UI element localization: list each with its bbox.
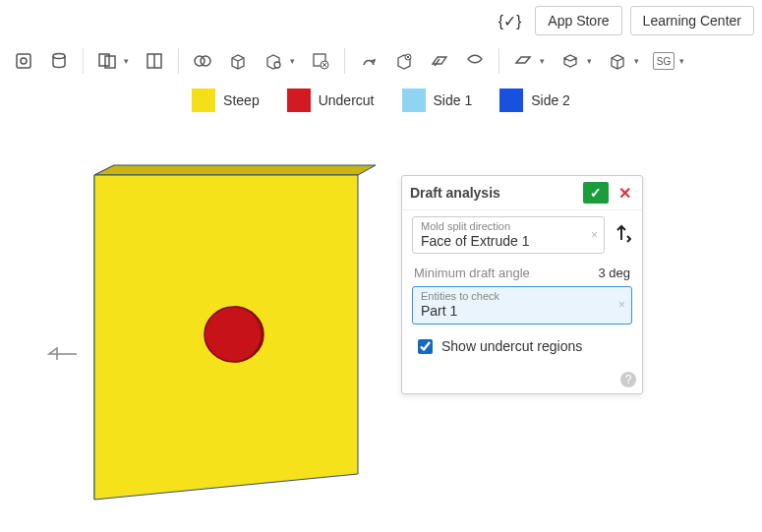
legend-undercut: Undercut <box>287 89 375 112</box>
tool-mate-connector[interactable]: ▾ <box>555 47 598 75</box>
split-icon <box>143 49 166 73</box>
swatch-side2 <box>499 89 523 112</box>
mold-direction-input[interactable]: Mold split direction Face of Extrude 1 × <box>412 216 605 254</box>
cancel-button[interactable]: ✕ <box>615 183 634 203</box>
legend-label: Undercut <box>319 92 375 108</box>
legend-side1: Side 1 <box>402 89 473 112</box>
tool-split[interactable] <box>139 47 170 75</box>
tool-plane[interactable]: ▾ <box>507 47 551 75</box>
field-label: Mold split direction <box>421 220 598 232</box>
offset-surface-icon <box>428 49 451 73</box>
direction-arrow-icon[interactable] <box>47 344 79 368</box>
clear-icon[interactable]: × <box>618 298 625 312</box>
tool-boolean[interactable]: ▾ <box>91 47 135 75</box>
chevron-down-icon[interactable]: ▾ <box>676 49 686 73</box>
show-undercut-checkbox-row[interactable]: Show undercut regions <box>412 328 632 359</box>
field-value: Face of Extrude 1 <box>421 232 598 250</box>
tool-transform-copy[interactable] <box>222 47 254 75</box>
thicken-icon <box>12 49 35 73</box>
tool-replace-face[interactable] <box>388 47 420 75</box>
separator <box>83 48 84 74</box>
box3d-icon <box>226 49 250 73</box>
svg-point-9 <box>274 62 280 68</box>
panel-footer: ? <box>402 367 642 393</box>
swatch-steep <box>192 89 215 112</box>
tool-delete-face[interactable] <box>305 47 336 75</box>
chevron-down-icon[interactable]: ▾ <box>121 49 131 73</box>
circles-icon <box>191 49 214 73</box>
swatch-side1 <box>402 89 426 112</box>
flip-direction-icon[interactable] <box>611 222 632 248</box>
help-icon[interactable]: ? <box>620 372 636 387</box>
panel-title: Draft analysis <box>410 185 583 201</box>
panel-body: Mold split direction Face of Extrude 1 ×… <box>402 210 642 367</box>
tool-thicken[interactable] <box>8 47 39 75</box>
draft-legend: Steep Undercut Side 1 Side 2 <box>0 89 762 112</box>
model-svg <box>39 157 403 531</box>
tool-modify[interactable]: ▾ <box>258 47 301 75</box>
panel-header: Draft analysis ✓ ✕ <box>402 176 642 210</box>
legend-label: Side 1 <box>434 92 473 108</box>
boolean-icon <box>95 49 119 73</box>
main-toolbar: ▾ ▾ <box>8 43 754 79</box>
chevron-down-icon[interactable]: ▾ <box>631 49 641 73</box>
entities-input[interactable]: Entities to check Part 1 × <box>412 286 632 324</box>
chevron-down-icon[interactable]: ▾ <box>584 49 594 73</box>
svg-point-2 <box>53 54 65 59</box>
legend-steep: Steep <box>192 89 260 112</box>
chevron-down-icon[interactable]: ▾ <box>287 49 297 73</box>
move-face-icon <box>357 49 381 73</box>
legend-label: Side 2 <box>531 92 570 108</box>
svg-point-1 <box>21 58 27 64</box>
fill-icon <box>463 49 487 73</box>
field-value: 3 deg <box>598 266 630 280</box>
tool-offset-surface[interactable] <box>424 47 455 75</box>
legend-label: Steep <box>223 92 260 108</box>
separator <box>178 48 179 74</box>
svg-rect-0 <box>17 54 30 68</box>
tool-fill[interactable] <box>459 47 491 75</box>
separator <box>344 48 345 74</box>
plane-icon <box>511 49 535 73</box>
box-outline-icon <box>558 49 582 73</box>
text-sg-icon: SG <box>653 52 674 70</box>
tool-enclose[interactable] <box>43 47 75 75</box>
model-top-face <box>94 165 376 175</box>
replace-face-icon <box>392 49 416 73</box>
field-label: Minimum draft angle <box>414 266 530 280</box>
cylinder-icon <box>47 49 71 73</box>
tool-transform[interactable] <box>187 47 218 75</box>
clear-icon[interactable]: × <box>591 228 598 242</box>
tool-move-face[interactable] <box>353 47 384 75</box>
draft-analysis-panel: Draft analysis ✓ ✕ Mold split direction … <box>401 175 643 394</box>
confirm-button[interactable]: ✓ <box>583 182 609 204</box>
app-store-button[interactable]: App Store <box>535 6 621 35</box>
box-edit-icon <box>262 49 285 73</box>
cube-icon <box>606 49 629 73</box>
field-value: Part 1 <box>421 302 625 320</box>
separator <box>498 48 499 74</box>
show-undercut-checkbox[interactable] <box>418 339 433 354</box>
swatch-undercut <box>287 89 311 112</box>
min-angle-row[interactable]: Minimum draft angle 3 deg <box>412 260 632 286</box>
mold-direction-row: Mold split direction Face of Extrude 1 × <box>412 216 632 254</box>
tool-custom-features[interactable]: SG ▾ <box>649 47 690 75</box>
svg-point-8 <box>201 56 210 66</box>
checkbox-label: Show undercut regions <box>441 338 582 354</box>
delete-face-icon <box>309 49 332 73</box>
extensions-icon[interactable]: {✓} <box>493 8 528 34</box>
chevron-down-icon[interactable]: ▾ <box>537 49 547 73</box>
learning-center-button[interactable]: Learning Center <box>630 6 754 35</box>
viewport-3d[interactable] <box>39 157 403 531</box>
field-label: Entities to check <box>421 290 625 302</box>
legend-side2: Side 2 <box>499 89 570 112</box>
tool-sheet-metal[interactable]: ▾ <box>602 47 645 75</box>
